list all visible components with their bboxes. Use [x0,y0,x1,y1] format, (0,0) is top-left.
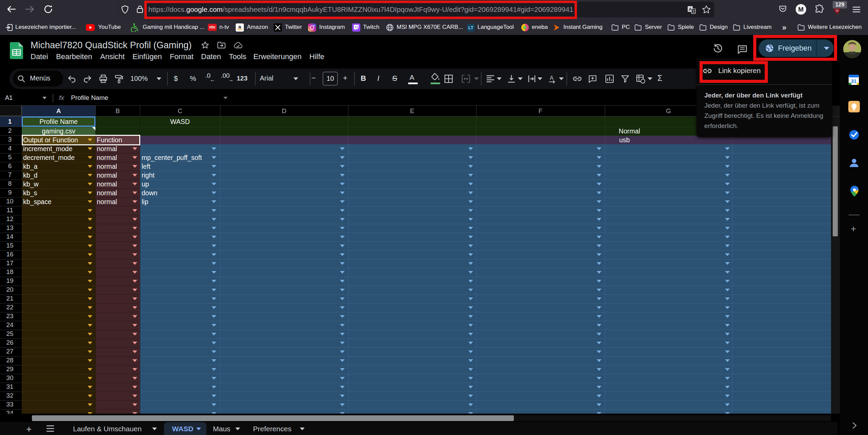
svg-text:文: 文 [692,10,695,13]
svg-text:w: w [835,8,839,13]
svg-text:31: 31 [851,78,857,84]
svg-text:a: a [238,24,241,30]
svg-text:A: A [550,75,554,81]
